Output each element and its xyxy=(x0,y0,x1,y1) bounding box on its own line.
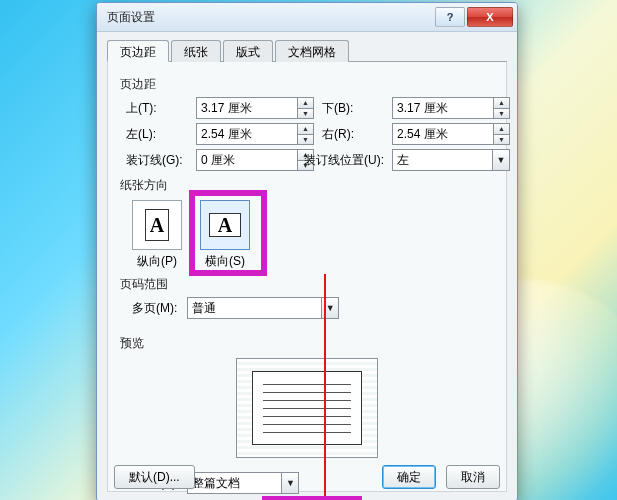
bottom-label: 下(B): xyxy=(322,100,384,117)
landscape-caption: 横向(S) xyxy=(200,253,250,270)
orientation-landscape[interactable]: A 横向(S) xyxy=(200,200,250,270)
top-label: 上(T): xyxy=(126,100,188,117)
spin-up-icon[interactable]: ▲ xyxy=(298,98,313,109)
tab-margins[interactable]: 页边距 xyxy=(107,40,169,62)
titlebar: 页面设置 ? X xyxy=(97,3,517,32)
tab-panel-margins: 页边距 上(T): ▲▼ 下(B): ▲▼ 左(L): ▲▼ 右(R): xyxy=(107,62,507,492)
multipage-select[interactable]: 普通 ▼ xyxy=(187,297,339,319)
multipage-value: 普通 xyxy=(188,298,321,318)
ok-button[interactable]: 确定 xyxy=(382,465,436,489)
orientation-portrait[interactable]: A 纵向(P) xyxy=(132,200,182,270)
tab-bar: 页边距 纸张 版式 文档网格 xyxy=(107,39,507,62)
margins-grid: 上(T): ▲▼ 下(B): ▲▼ 左(L): ▲▼ 右(R): xyxy=(126,97,496,171)
gutter-input[interactable] xyxy=(197,150,297,170)
right-input[interactable] xyxy=(393,124,493,144)
default-button[interactable]: 默认(D)... xyxy=(114,465,195,489)
tab-layout[interactable]: 版式 xyxy=(223,40,273,62)
spin-down-icon[interactable]: ▼ xyxy=(494,109,509,119)
bottom-spinner[interactable]: ▲▼ xyxy=(392,97,510,119)
left-spinner[interactable]: ▲▼ xyxy=(196,123,314,145)
gutter-pos-label: 装订线位置(U): xyxy=(304,152,384,169)
right-spinner[interactable]: ▲▼ xyxy=(392,123,510,145)
help-button[interactable]: ? xyxy=(435,7,465,27)
gutter-pos-value: 左 xyxy=(393,150,492,170)
annotation-dropdown-option: 插入点之后 xyxy=(262,496,362,500)
right-label: 右(R): xyxy=(322,126,384,143)
spin-down-icon[interactable]: ▼ xyxy=(494,135,509,145)
chevron-down-icon[interactable]: ▼ xyxy=(492,150,509,170)
tab-grid[interactable]: 文档网格 xyxy=(275,40,349,62)
dialog-title: 页面设置 xyxy=(107,9,433,26)
margins-heading: 页边距 xyxy=(120,76,496,93)
gutter-pos-select[interactable]: 左 ▼ xyxy=(392,149,510,171)
orientation-heading: 纸张方向 xyxy=(120,177,496,194)
gutter-label: 装订线(G): xyxy=(126,152,188,169)
spin-up-icon[interactable]: ▲ xyxy=(298,124,313,135)
landscape-page-icon: A xyxy=(209,213,241,237)
page-setup-dialog: 页面设置 ? X 页边距 纸张 版式 文档网格 页边距 上(T): ▲▼ 下(B… xyxy=(96,2,518,500)
spin-down-icon[interactable]: ▼ xyxy=(298,109,313,119)
preview-page-icon xyxy=(252,371,362,445)
spin-down-icon[interactable]: ▼ xyxy=(298,135,313,145)
spin-up-icon[interactable]: ▲ xyxy=(494,124,509,135)
dialog-footer: 默认(D)... 确定 取消 xyxy=(108,459,506,491)
bottom-input[interactable] xyxy=(393,98,493,118)
close-button[interactable]: X xyxy=(467,7,513,27)
chevron-down-icon[interactable]: ▼ xyxy=(321,298,338,318)
preview-box xyxy=(236,358,378,458)
top-input[interactable] xyxy=(197,98,297,118)
left-input[interactable] xyxy=(197,124,297,144)
spin-up-icon[interactable]: ▲ xyxy=(494,98,509,109)
cancel-button[interactable]: 取消 xyxy=(446,465,500,489)
left-label: 左(L): xyxy=(126,126,188,143)
top-spinner[interactable]: ▲▼ xyxy=(196,97,314,119)
gutter-spinner[interactable]: ▲▼ xyxy=(196,149,314,171)
portrait-caption: 纵向(P) xyxy=(132,253,182,270)
orientation-row: A 纵向(P) A 横向(S) xyxy=(132,200,496,270)
pagerange-heading: 页码范围 xyxy=(120,276,496,293)
tab-paper[interactable]: 纸张 xyxy=(171,40,221,62)
portrait-page-icon: A xyxy=(145,209,169,241)
multipage-label: 多页(M): xyxy=(132,300,177,317)
client-area: 页边距 纸张 版式 文档网格 页边距 上(T): ▲▼ 下(B): ▲▼ 左(L… xyxy=(107,39,507,491)
preview-heading: 预览 xyxy=(120,335,496,352)
